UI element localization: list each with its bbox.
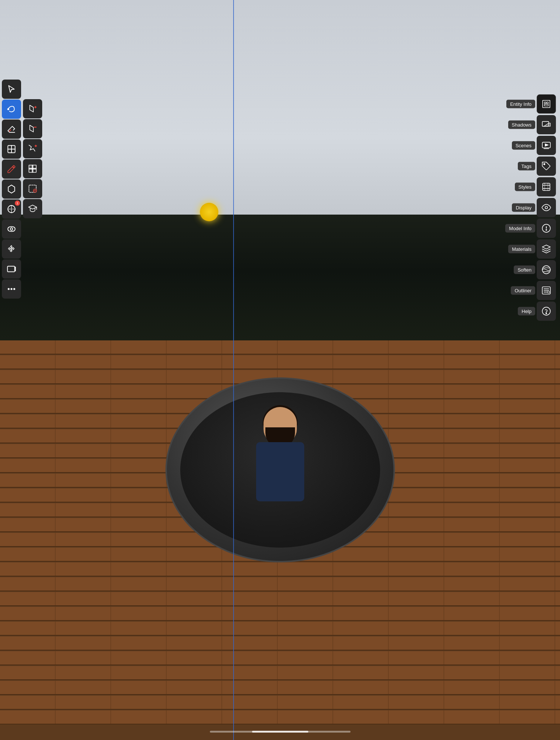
materials-label: Materials [508, 245, 535, 253]
deck-plank [0, 710, 560, 724]
eraser-tool[interactable] [2, 120, 21, 139]
tags-item: Tags [537, 157, 558, 176]
add-area-tool[interactable] [23, 139, 42, 158]
shadows-label: Shadows [508, 121, 535, 129]
svg-point-10 [8, 288, 9, 289]
orbit-tool[interactable] [2, 219, 21, 239]
entity-info-label: Entity Info [506, 100, 535, 108]
styles-item: Styles [537, 177, 558, 196]
measure-badge: 1 [15, 201, 20, 206]
scrollbar-thumb[interactable] [252, 731, 308, 733]
deck-plank [0, 651, 560, 665]
deck-plank [0, 636, 560, 650]
deck-plank [0, 622, 560, 636]
deck-plank [0, 592, 560, 606]
add-point-tool[interactable] [23, 99, 42, 118]
svg-point-12 [14, 288, 15, 289]
svg-marker-28 [545, 144, 549, 147]
styles-button[interactable] [537, 177, 556, 196]
model-info-item: Model Info [537, 219, 558, 238]
person-body [256, 442, 304, 501]
shadows-button[interactable] [537, 115, 556, 134]
shape-tool[interactable] [2, 179, 21, 199]
right-panel: Entity Info Shadows Scenes [537, 94, 558, 321]
outliner-label: Outliner [511, 286, 535, 295]
svg-point-32 [545, 206, 548, 209]
guide-line [233, 0, 234, 740]
sun [200, 203, 218, 221]
freehand-select-tool[interactable] [2, 100, 21, 119]
help-label: Help [518, 307, 535, 316]
measure-tool[interactable]: 1 [2, 199, 21, 219]
entity-info-item: Entity Info [537, 94, 558, 114]
model-info-button[interactable] [537, 219, 556, 238]
svg-point-11 [11, 288, 12, 289]
scenes-item: Scenes [537, 136, 558, 155]
deselect-tool[interactable] [23, 179, 42, 198]
select-face-tool[interactable] [23, 159, 42, 178]
3d-viewport[interactable] [0, 0, 560, 740]
learn-tool[interactable] [23, 199, 42, 218]
hot-tub [165, 377, 395, 592]
deck-plank [0, 355, 560, 369]
deck-plank [0, 340, 560, 354]
tags-label: Tags [518, 162, 535, 171]
sky-bg [0, 0, 560, 229]
materials-item: Materials [537, 239, 558, 259]
svg-point-43 [546, 313, 547, 314]
select-tool[interactable] [2, 80, 21, 99]
svg-rect-41 [547, 291, 549, 293]
svg-rect-9 [7, 266, 14, 272]
remove-point-tool[interactable] [23, 119, 42, 138]
soften-label: Soften [514, 266, 535, 274]
bottom-scrollbar[interactable] [210, 731, 351, 733]
entity-info-button[interactable] [537, 94, 556, 114]
ground-bg [0, 215, 560, 355]
deck-plank [0, 607, 560, 621]
deck-plank [0, 696, 560, 710]
move-tool[interactable] [2, 239, 21, 259]
soften-item: Soften [537, 260, 558, 279]
section-plane-tool[interactable] [2, 139, 21, 159]
pencil-tool[interactable] [2, 159, 21, 179]
person-figure [243, 407, 317, 548]
deck-plank [0, 681, 560, 695]
display-button[interactable] [537, 198, 556, 217]
outliner-button[interactable] [537, 281, 556, 300]
scenes-label: Scenes [512, 141, 535, 150]
scenes-button[interactable] [537, 136, 556, 155]
svg-rect-31 [543, 183, 550, 191]
svg-point-0 [8, 108, 9, 110]
styles-label: Styles [515, 183, 535, 191]
scenes-view-tool[interactable] [2, 259, 21, 279]
sub-toolbar [23, 99, 44, 218]
deck-plank [0, 666, 560, 680]
svg-marker-4 [8, 185, 14, 193]
help-button[interactable] [537, 302, 556, 321]
materials-button[interactable] [537, 239, 556, 259]
tags-button[interactable] [537, 157, 556, 176]
display-item: Display [537, 198, 558, 217]
help-item: Help [537, 302, 558, 321]
soften-button[interactable] [537, 260, 556, 279]
outliner-item: Outliner [537, 281, 558, 300]
svg-point-8 [10, 228, 13, 231]
left-toolbar: 1 [2, 80, 23, 299]
model-info-label: Model Info [505, 224, 535, 233]
more-tools[interactable] [2, 279, 21, 299]
shadows-item: Shadows [537, 115, 558, 134]
svg-point-35 [546, 229, 547, 230]
svg-point-30 [544, 164, 545, 165]
display-label: Display [512, 204, 535, 212]
